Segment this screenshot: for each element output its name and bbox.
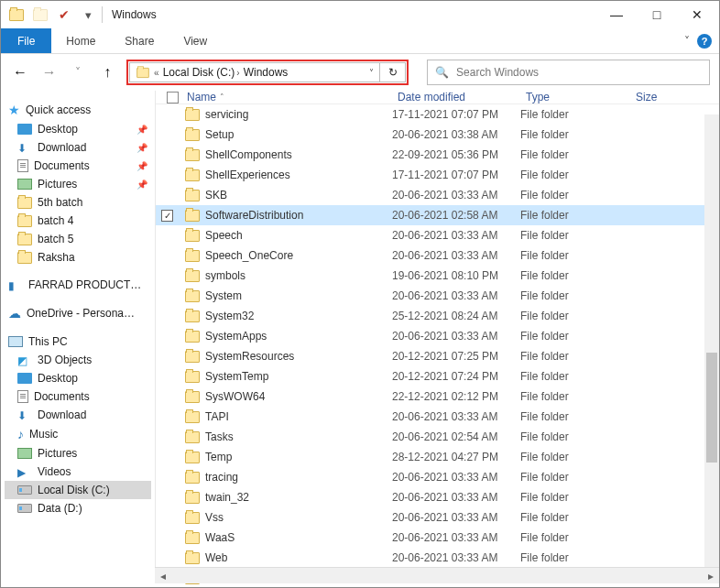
- sidebar-batch5[interactable]: batch 5: [5, 230, 151, 248]
- table-row[interactable]: TAPI20-06-2021 03:33 AMFile folder: [156, 407, 719, 427]
- table-row[interactable]: Tasks20-06-2021 02:54 AMFile folder: [156, 427, 719, 447]
- file-name: Speech_OneCore: [205, 249, 293, 262]
- sidebar-3d-objects[interactable]: ◩3D Objects: [5, 351, 151, 369]
- row-checkbox[interactable]: ✓: [161, 210, 181, 222]
- column-checkbox[interactable]: [161, 92, 181, 103]
- table-row[interactable]: Web20-06-2021 03:33 AMFile folder: [156, 548, 719, 568]
- desktop-icon: [17, 124, 32, 135]
- back-button[interactable]: ←: [10, 62, 30, 82]
- file-type: File folder: [520, 249, 630, 262]
- table-row[interactable]: ShellExperiences17-11-2021 07:07 PMFile …: [156, 165, 719, 185]
- table-row[interactable]: Speech20-06-2021 03:33 AMFile folder: [156, 225, 719, 245]
- table-row[interactable]: servicing17-11-2021 07:07 PMFile folder: [156, 104, 719, 125]
- scrollbar-thumb[interactable]: [706, 353, 717, 463]
- column-name[interactable]: Name˄: [181, 91, 392, 103]
- file-date: 20-06-2021 03:33 AM: [392, 471, 520, 484]
- qat-check-icon[interactable]: ✔: [54, 5, 74, 25]
- download-icon: ⬇: [17, 409, 32, 421]
- sidebar-5th-batch[interactable]: 5th batch: [5, 193, 151, 212]
- breadcrumb-local-disk[interactable]: Local Disk (C:)›: [163, 66, 240, 79]
- breadcrumb-windows[interactable]: Windows: [244, 66, 289, 79]
- sidebar-batch4[interactable]: batch 4: [5, 212, 151, 230]
- file-type: File folder: [520, 491, 630, 504]
- file-date: 20-06-2021 03:33 AM: [392, 229, 520, 242]
- table-row[interactable]: SKB20-06-2021 03:33 AMFile folder: [156, 185, 719, 205]
- minimize-button[interactable]: —: [596, 1, 637, 28]
- column-type[interactable]: Type: [520, 91, 630, 103]
- file-type: File folder: [520, 148, 630, 161]
- refresh-button[interactable]: ↻: [380, 62, 406, 82]
- sidebar-farrad[interactable]: ▮FARRAD PRODUCT…: [5, 276, 151, 294]
- scroll-left-icon[interactable]: ◂: [155, 568, 171, 583]
- table-row[interactable]: symbols19-06-2021 08:10 PMFile folder: [156, 266, 719, 286]
- sidebar-desktop[interactable]: Desktop📌: [5, 120, 151, 138]
- sidebar-pc-music[interactable]: ♪Music: [5, 424, 151, 444]
- table-row[interactable]: Speech_OneCore20-06-2021 03:33 AMFile fo…: [156, 245, 719, 266]
- recent-locations-button[interactable]: ˅: [69, 62, 89, 82]
- sidebar-this-pc[interactable]: This PC: [5, 332, 151, 351]
- table-row[interactable]: WaaS20-06-2021 03:33 AMFile folder: [156, 528, 719, 548]
- table-row[interactable]: SystemResources20-12-2021 07:25 PMFile f…: [156, 346, 719, 366]
- column-size[interactable]: Size: [630, 91, 685, 103]
- sidebar-raksha[interactable]: Raksha: [5, 248, 151, 267]
- table-row[interactable]: System3225-12-2021 08:24 AMFile folder: [156, 306, 719, 326]
- table-row[interactable]: ShellComponents22-09-2021 05:36 PMFile f…: [156, 145, 719, 165]
- address-dropdown-icon[interactable]: ˅: [369, 68, 374, 78]
- sidebar-pc-download[interactable]: ⬇Download: [5, 406, 151, 424]
- folder-icon: [17, 234, 32, 245]
- sidebar-pictures[interactable]: Pictures📌: [5, 175, 151, 193]
- table-row[interactable]: Vss20-06-2021 03:33 AMFile folder: [156, 507, 719, 528]
- qat-dropdown-icon[interactable]: ▾: [78, 5, 98, 25]
- tab-home[interactable]: Home: [51, 28, 110, 53]
- table-row[interactable]: tracing20-06-2021 03:33 AMFile folder: [156, 467, 719, 487]
- sidebar-pc-videos[interactable]: ▶Videos: [5, 463, 151, 481]
- scroll-right-icon[interactable]: ▸: [703, 568, 719, 583]
- forward-button[interactable]: →: [39, 62, 60, 82]
- table-row[interactable]: SysWOW6422-12-2021 02:12 PMFile folder: [156, 387, 719, 407]
- table-row[interactable]: System20-06-2021 03:33 AMFile folder: [156, 286, 719, 306]
- up-button[interactable]: ↑: [97, 62, 117, 82]
- table-row[interactable]: twain_3220-06-2021 03:33 AMFile folder: [156, 487, 719, 507]
- table-row[interactable]: Setup20-06-2021 03:38 AMFile folder: [156, 125, 719, 145]
- cube-icon: ◩: [17, 354, 32, 366]
- sidebar-documents[interactable]: Documents📌: [5, 157, 151, 175]
- ribbon-expand-icon[interactable]: ˅: [684, 35, 690, 48]
- file-date: 28-12-2021 04:27 PM: [392, 451, 520, 463]
- breadcrumb-separator-icon: «: [154, 68, 159, 78]
- file-name: SystemResources: [205, 350, 294, 363]
- sidebar-drive-d[interactable]: Data (D:): [5, 499, 151, 517]
- sidebar-pc-pictures[interactable]: Pictures: [5, 444, 151, 463]
- file-type: File folder: [520, 128, 630, 141]
- qat-properties-icon[interactable]: [30, 5, 50, 25]
- app-icon[interactable]: [6, 5, 27, 25]
- folder-icon: [17, 252, 32, 264]
- file-type: File folder: [520, 108, 630, 121]
- sidebar-pc-documents[interactable]: Documents: [5, 387, 151, 406]
- search-box[interactable]: 🔍 Search Windows: [427, 60, 710, 85]
- sidebar-pc-desktop[interactable]: Desktop: [5, 369, 151, 387]
- maximize-button[interactable]: □: [637, 1, 677, 28]
- sidebar-download[interactable]: ⬇Download📌: [5, 138, 151, 157]
- horizontal-scrollbar[interactable]: ◂ ▸: [155, 567, 719, 583]
- tab-file[interactable]: File: [1, 28, 51, 53]
- table-row[interactable]: SystemTemp20-12-2021 07:24 PMFile folder: [156, 366, 719, 387]
- sidebar-quick-access[interactable]: ★Quick access: [5, 100, 151, 120]
- tab-share[interactable]: Share: [110, 28, 169, 53]
- sidebar-onedrive[interactable]: ☁OneDrive - Persona…: [5, 303, 151, 323]
- vertical-scrollbar[interactable]: [704, 114, 719, 567]
- table-row[interactable]: SystemApps20-06-2021 03:33 AMFile folder: [156, 326, 719, 346]
- help-icon[interactable]: ?: [697, 34, 712, 49]
- file-date: 20-12-2021 07:25 PM: [392, 350, 520, 363]
- folder-icon: [185, 472, 200, 484]
- folder-icon: [185, 210, 200, 222]
- table-row[interactable]: Temp28-12-2021 04:27 PMFile folder: [156, 447, 719, 467]
- table-row[interactable]: ✓SoftwareDistribution20-06-2021 02:58 AM…: [156, 205, 719, 225]
- file-type: File folder: [520, 370, 630, 383]
- navigation-row: ← → ˅ ↑ « Local Disk (C:)› Windows ˅ ↻ 🔍…: [1, 54, 719, 91]
- tab-view[interactable]: View: [169, 28, 222, 53]
- close-button[interactable]: ✕: [677, 1, 717, 28]
- column-date[interactable]: Date modified: [392, 91, 520, 103]
- sidebar-drive-c[interactable]: Local Disk (C:): [5, 481, 151, 499]
- address-bar[interactable]: « Local Disk (C:)› Windows ˅: [129, 62, 380, 82]
- desktop-icon: [17, 373, 32, 384]
